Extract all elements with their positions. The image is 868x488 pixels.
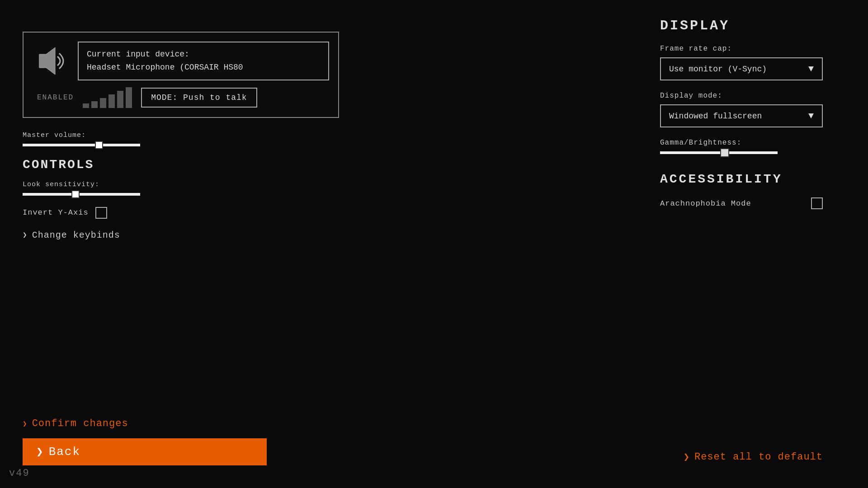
keybinds-chevron-icon: ❯ [23, 230, 28, 239]
frame-rate-cap-dropdown[interactable]: Use monitor (V-Sync) ▼ [660, 57, 823, 80]
vol-bar-3 [100, 98, 106, 108]
mic-icon [33, 43, 69, 79]
arachnophobia-label: Arachnophobia Mode [660, 199, 751, 208]
back-chevron-icon: ❯ [36, 445, 44, 459]
device-label: Current input device: [87, 48, 320, 61]
reset-all-link[interactable]: ❯ Reset all to default [684, 451, 823, 463]
vol-bar-1 [83, 103, 89, 108]
enabled-label: ENABLED [37, 94, 74, 102]
master-volume-container: Master volume: [23, 131, 339, 146]
accessibility-row: Arachnophobia Mode [660, 197, 823, 209]
look-sensitivity-container: Look sensitivity: [23, 181, 339, 196]
display-mode-label: Display mode: [660, 92, 823, 100]
frame-rate-cap-label: Frame rate cap: [660, 45, 823, 53]
bottom-actions: ❯ Confirm changes ❯ Back [23, 418, 267, 465]
vol-bar-5 [117, 91, 123, 108]
look-sensitivity-label: Look sensitivity: [23, 181, 339, 188]
keybinds-link[interactable]: ❯ Change keybinds [23, 230, 339, 240]
back-button[interactable]: ❯ Back [23, 438, 267, 465]
display-title: DISPLAY [660, 18, 823, 33]
right-panel: DISPLAY Frame rate cap: Use monitor (V-S… [660, 18, 823, 209]
audio-top-row: Current input device: Headset Microphone… [33, 42, 329, 80]
display-mode-value: Windowed fullscreen [669, 112, 762, 121]
look-sensitivity-track[interactable] [23, 193, 140, 196]
confirm-label: Confirm changes [32, 418, 128, 429]
master-volume-track[interactable] [23, 144, 140, 146]
confirm-changes-link[interactable]: ❯ Confirm changes [23, 418, 267, 429]
invert-y-axis-label: Invert Y-Axis [23, 208, 89, 217]
master-volume-thumb[interactable] [95, 141, 103, 149]
reset-chevron-icon: ❯ [684, 451, 690, 463]
reset-label: Reset all to default [694, 451, 823, 463]
controls-title: CONTROLS [23, 158, 339, 172]
confirm-chevron-icon: ❯ [23, 419, 28, 428]
vol-bar-4 [108, 94, 115, 108]
gamma-slider-track[interactable] [660, 151, 778, 154]
master-volume-label: Master volume: [23, 131, 339, 139]
device-info-box: Current input device: Headset Microphone… [78, 42, 329, 80]
audio-box: Current input device: Headset Microphone… [23, 32, 339, 118]
version-label: v49 [9, 468, 30, 479]
frame-rate-cap-arrow-icon: ▼ [808, 64, 814, 74]
accessibility-title: ACCESSIBILITY [660, 172, 823, 186]
keybinds-label: Change keybinds [32, 230, 120, 240]
left-panel: Current input device: Headset Microphone… [23, 32, 339, 258]
volume-bars [83, 87, 132, 108]
arachnophobia-checkbox[interactable] [811, 197, 823, 209]
frame-rate-cap-value: Use monitor (V-Sync) [669, 65, 767, 74]
device-name: Headset Microphone (CORSAIR HS80 [87, 61, 320, 74]
gamma-slider-thumb[interactable] [720, 148, 729, 157]
svg-marker-0 [39, 47, 55, 75]
vol-bar-6 [126, 87, 132, 108]
audio-bottom-row: ENABLED MODE: Push to talk [33, 87, 329, 108]
mode-button[interactable]: MODE: Push to talk [141, 88, 257, 108]
back-label: Back [49, 445, 80, 459]
look-sensitivity-thumb[interactable] [71, 190, 80, 198]
display-mode-dropdown[interactable]: Windowed fullscreen ▼ [660, 104, 823, 127]
vol-bar-2 [91, 101, 98, 108]
gamma-label: Gamma/Brightness: [660, 139, 823, 147]
invert-y-axis-checkbox[interactable] [95, 207, 107, 219]
display-mode-arrow-icon: ▼ [808, 111, 814, 121]
invert-y-axis-row: Invert Y-Axis [23, 207, 339, 219]
